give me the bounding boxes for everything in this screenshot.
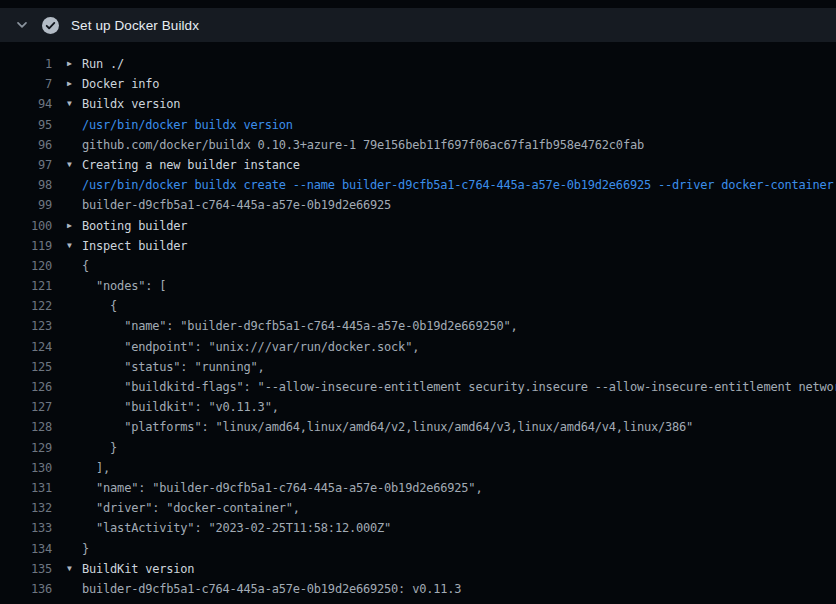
log-line-text: "endpoint": "unix:///var/run/docker.sock… [82,337,419,357]
log-line: 96 github.com/docker/buildx 0.10.3+azure… [0,135,836,155]
step-header[interactable]: Set up Docker Buildx [0,8,836,42]
log-line: 126 "buildkitd-flags": "--allow-insecure… [0,377,836,397]
expand-triangle-icon [67,579,82,599]
log-line-text: { [82,296,117,316]
log-line-text: "nodes": [ [82,276,166,296]
line-number[interactable]: 124 [0,337,52,357]
log-line-text: "platforms": "linux/amd64,linux/amd64/v2… [82,417,693,437]
line-number[interactable]: 97 [0,155,52,175]
log-container: 1 ▶ Run ./ 7 ▶ Docker info 94 ▼ Buildx v… [0,42,836,599]
expand-triangle-icon [67,337,82,357]
log-line: 134 } [0,539,836,559]
line-number[interactable]: 125 [0,357,52,377]
log-line: 132 "driver": "docker-container", [0,498,836,518]
log-line-text: } [82,539,89,559]
expand-triangle-icon [67,478,82,498]
line-number[interactable]: 136 [0,579,52,599]
expand-triangle-icon: ▼ [67,236,82,256]
log-line: 120 { [0,256,836,276]
line-number[interactable]: 135 [0,559,52,579]
log-line: 99 builder-d9cfb5a1-c764-445a-a57e-0b19d… [0,195,836,215]
line-number[interactable]: 131 [0,478,52,498]
line-number[interactable]: 128 [0,417,52,437]
log-line: 119 ▼ Inspect builder [0,236,836,256]
log-line-text: "name": "builder-d9cfb5a1-c764-445a-a57e… [82,316,518,336]
expand-triangle-icon [67,115,82,135]
line-number[interactable]: 94 [0,94,52,114]
expand-triangle-icon: ▼ [67,559,82,579]
line-number[interactable]: 132 [0,498,52,518]
line-number[interactable]: 119 [0,236,52,256]
log-line: 95 /usr/bin/docker buildx version [0,115,836,135]
log-line: 125 "status": "running", [0,357,836,377]
log-line-text: } [82,438,117,458]
log-line-text: /usr/bin/docker buildx version [82,115,293,135]
log-line: 7 ▶ Docker info [0,74,836,94]
log-line-text: Buildx version [82,94,180,114]
expand-triangle-icon [67,296,82,316]
log-line-text: "buildkitd-flags": "--allow-insecure-ent… [82,377,836,397]
actions-log-viewer: Set up Docker Buildx 1 ▶ Run ./ 7 ▶ Dock… [0,0,836,604]
log-line: 133 "lastActivity": "2023-02-25T11:58:12… [0,518,836,538]
line-number[interactable]: 96 [0,135,52,155]
log-line-text: builder-d9cfb5a1-c764-445a-a57e-0b19d2e6… [82,195,391,215]
log-line: 127 "buildkit": "v0.11.3", [0,397,836,417]
log-line-text: "lastActivity": "2023-02-25T11:58:12.000… [82,518,391,538]
log-line: 97 ▼ Creating a new builder instance [0,155,836,175]
chevron-down-icon[interactable] [16,19,28,31]
expand-triangle-icon [67,518,82,538]
line-number[interactable]: 130 [0,458,52,478]
log-line-text: ], [82,458,110,478]
log-line-text: "buildkit": "v0.11.3", [82,397,279,417]
log-line-text: Booting builder [82,216,187,236]
log-line-text: github.com/docker/buildx 0.10.3+azure-1 … [82,135,644,155]
expand-triangle-icon [67,256,82,276]
line-number[interactable]: 120 [0,256,52,276]
expand-triangle-icon [67,195,82,215]
expand-triangle-icon [67,276,82,296]
expand-triangle-icon: ▶ [67,216,82,236]
line-number[interactable]: 129 [0,438,52,458]
log-line: 130 ], [0,458,836,478]
expand-triangle-icon: ▼ [67,155,82,175]
log-line: 98 /usr/bin/docker buildx create --name … [0,175,836,195]
log-line: 135 ▼ BuildKit version [0,559,836,579]
expand-triangle-icon [67,397,82,417]
expand-triangle-icon [67,458,82,478]
line-number[interactable]: 1 [0,54,52,74]
line-number[interactable]: 99 [0,195,52,215]
line-number[interactable]: 134 [0,539,52,559]
line-number[interactable]: 133 [0,518,52,538]
line-number[interactable]: 100 [0,216,52,236]
line-number[interactable]: 122 [0,296,52,316]
log-line-text: "status": "running", [82,357,265,377]
expand-triangle-icon [67,438,82,458]
line-number[interactable]: 121 [0,276,52,296]
log-line: 100 ▶ Booting builder [0,216,836,236]
line-number[interactable]: 123 [0,316,52,336]
expand-triangle-icon: ▶ [67,54,82,74]
log-line-text: Creating a new builder instance [82,155,300,175]
log-line-text: "driver": "docker-container", [82,498,300,518]
log-line-text: { [82,256,89,276]
log-line: 124 "endpoint": "unix:///var/run/docker.… [0,337,836,357]
log-line-text: /usr/bin/docker buildx create --name bui… [82,175,834,195]
expand-triangle-icon: ▶ [67,74,82,94]
log-line-text: builder-d9cfb5a1-c764-445a-a57e-0b19d2e6… [82,579,461,599]
line-number[interactable]: 7 [0,74,52,94]
log-line: 122 { [0,296,836,316]
line-number[interactable]: 126 [0,377,52,397]
line-number[interactable]: 98 [0,175,52,195]
log-line: 136 builder-d9cfb5a1-c764-445a-a57e-0b19… [0,579,836,599]
log-line-text: BuildKit version [82,559,194,579]
line-number[interactable]: 95 [0,115,52,135]
expand-triangle-icon: ▼ [67,94,82,114]
expand-triangle-icon [67,135,82,155]
check-circle-icon [42,17,59,34]
line-number[interactable]: 127 [0,397,52,417]
log-line: 129 } [0,438,836,458]
log-line: 131 "name": "builder-d9cfb5a1-c764-445a-… [0,478,836,498]
expand-triangle-icon [67,417,82,437]
expand-triangle-icon [67,377,82,397]
log-line-text: "name": "builder-d9cfb5a1-c764-445a-a57e… [82,478,482,498]
